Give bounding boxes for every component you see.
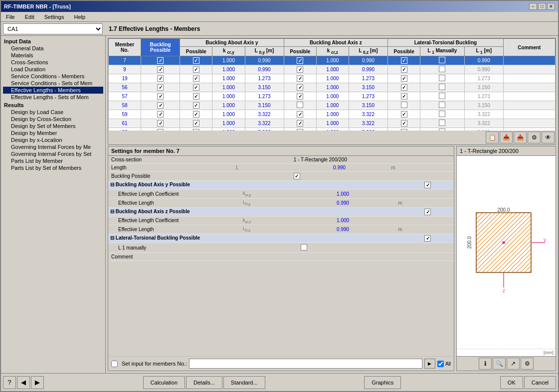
cell-lt-possible[interactable] bbox=[388, 110, 420, 119]
nav-help-btn[interactable]: ? bbox=[3, 376, 16, 389]
cell-k-crz[interactable]: 1.000 bbox=[316, 74, 349, 83]
cell-bz-possible[interactable] bbox=[284, 83, 316, 92]
cell-member-id[interactable]: 59 bbox=[109, 110, 141, 119]
k-crz-value[interactable]: 1.000 bbox=[291, 216, 388, 225]
cell-by-possible[interactable] bbox=[180, 65, 212, 74]
cell-l1[interactable]: 3.322 bbox=[464, 110, 503, 119]
set-input-checkbox[interactable] bbox=[111, 361, 118, 367]
cell-k-cry[interactable]: 1.000 bbox=[212, 74, 245, 83]
sidebar-item-parts-list-set[interactable]: Parts List by Set of Members bbox=[3, 164, 103, 171]
cell-l0z[interactable]: 3.322 bbox=[349, 119, 387, 128]
details-button[interactable]: Details... bbox=[186, 376, 222, 389]
ok-button[interactable]: OK bbox=[500, 376, 523, 389]
preview-print-btn[interactable]: ⚙ bbox=[521, 358, 534, 370]
cell-l1-manually[interactable] bbox=[420, 101, 464, 110]
l0z-value[interactable]: 0.990 bbox=[291, 225, 388, 234]
table-row[interactable]: 19 1.000 1.273 1.000 1.273 1.273 bbox=[109, 74, 556, 83]
cell-lt-possible[interactable] bbox=[388, 119, 420, 128]
cell-by-possible[interactable] bbox=[180, 83, 212, 92]
sidebar-item-cross-sections[interactable]: Cross-Sections bbox=[3, 59, 103, 66]
sidebar-item-design-x-location[interactable]: Design by x-Location bbox=[3, 136, 103, 143]
cell-l0z[interactable]: 1.273 bbox=[349, 92, 387, 101]
settings-scroll[interactable]: Cross-section 1 - T-Rectangle 200/200 Le… bbox=[108, 156, 454, 356]
sidebar-item-design-load-case[interactable]: Design by Load Case bbox=[3, 109, 103, 116]
cell-k-crz[interactable]: 1.000 bbox=[316, 65, 349, 74]
cell-bz-possible[interactable] bbox=[284, 74, 316, 83]
cell-l1[interactable]: 3.150 bbox=[464, 101, 503, 110]
table-row[interactable]: 56 1.000 3.150 1.000 3.150 3.150 bbox=[109, 83, 556, 92]
cell-by-possible[interactable] bbox=[180, 92, 212, 101]
cell-lt-possible[interactable] bbox=[388, 65, 420, 74]
sidebar-item-materials[interactable]: Materials bbox=[3, 52, 103, 59]
cell-comment[interactable] bbox=[503, 101, 555, 110]
cell-bz-possible[interactable] bbox=[284, 119, 316, 128]
cell-by-possible[interactable] bbox=[180, 119, 212, 128]
cell-k-crz[interactable]: 1.000 bbox=[316, 101, 349, 110]
cell-l0z[interactable]: 1.273 bbox=[349, 74, 387, 83]
sidebar-item-service-conditions-members[interactable]: Service Conditions - Members bbox=[3, 73, 103, 80]
sidebar-item-effective-lengths-sets[interactable]: Effective Lengths - Sets of Mem bbox=[3, 94, 103, 101]
table-action-btn-1[interactable]: 📋 bbox=[486, 131, 499, 143]
cell-member-id[interactable]: 19 bbox=[109, 74, 141, 83]
cell-l1-manually[interactable] bbox=[420, 74, 464, 83]
k-cry-value[interactable]: 1.000 bbox=[291, 190, 388, 199]
sidebar-item-load-duration[interactable]: Load Duration bbox=[3, 66, 103, 73]
cell-buckling[interactable] bbox=[141, 119, 180, 128]
cell-k-crz[interactable]: 1.000 bbox=[316, 110, 349, 119]
cell-l0y[interactable]: 0.990 bbox=[245, 56, 284, 65]
cell-l0y[interactable]: 3.322 bbox=[245, 119, 284, 128]
cell-l1[interactable]: 0.990 bbox=[464, 56, 503, 65]
cell-comment[interactable] bbox=[503, 92, 555, 101]
table-action-btn-5[interactable]: 👁 bbox=[542, 131, 555, 143]
nav-next-btn[interactable]: ▶ bbox=[31, 376, 44, 389]
cell-by-possible[interactable] bbox=[180, 101, 212, 110]
set-input-field[interactable] bbox=[189, 359, 422, 369]
cell-buckling[interactable] bbox=[141, 110, 180, 119]
close-button[interactable]: ✕ bbox=[547, 3, 555, 10]
table-row[interactable]: 58 1.000 3.150 1.000 3.150 3.150 bbox=[109, 101, 556, 110]
cell-buckling[interactable] bbox=[141, 65, 180, 74]
table-row[interactable]: 59 1.000 3.322 1.000 3.322 3.322 bbox=[109, 110, 556, 119]
cell-l0z[interactable]: 3.150 bbox=[349, 101, 387, 110]
cell-member-id[interactable]: 58 bbox=[109, 101, 141, 110]
sidebar-item-governing-forces-set[interactable]: Governing Internal Forces by Set bbox=[3, 150, 103, 157]
cell-l1-manually[interactable] bbox=[420, 119, 464, 128]
comment-value[interactable] bbox=[291, 253, 454, 261]
table-row[interactable]: 61 1.000 3.322 1.000 3.322 3.322 bbox=[109, 119, 556, 128]
cell-l0z[interactable]: 0.990 bbox=[349, 56, 387, 65]
cell-k-crz[interactable]: 1.000 bbox=[316, 119, 349, 128]
cancel-button[interactable]: Cancel bbox=[524, 376, 556, 389]
table-row[interactable]: 7 1.000 0.990 1.000 0.990 0.990 bbox=[109, 56, 556, 65]
cell-member-id[interactable]: 9 bbox=[109, 65, 141, 74]
cell-l1[interactable]: 3.150 bbox=[464, 83, 503, 92]
cell-member-id[interactable]: 56 bbox=[109, 83, 141, 92]
cell-l0z[interactable]: 3.150 bbox=[349, 83, 387, 92]
cell-lt-possible[interactable] bbox=[388, 83, 420, 92]
cell-buckling[interactable] bbox=[141, 83, 180, 92]
cell-buckling[interactable] bbox=[141, 56, 180, 65]
sidebar-item-service-conditions-sets[interactable]: Service Conditions - Sets of Mem bbox=[3, 80, 103, 87]
cell-bz-possible[interactable] bbox=[284, 56, 316, 65]
cell-bz-possible[interactable] bbox=[284, 110, 316, 119]
cell-lt-possible[interactable] bbox=[388, 56, 420, 65]
set-input-button[interactable]: ▶ bbox=[424, 359, 435, 369]
table-row[interactable]: 57 1.000 1.273 1.000 1.273 1.273 bbox=[109, 92, 556, 101]
sidebar-item-general-data[interactable]: General Data bbox=[3, 45, 103, 52]
cell-l1-manually[interactable] bbox=[420, 110, 464, 119]
cell-k-cry[interactable]: 1.000 bbox=[212, 56, 245, 65]
sidebar-item-governing-forces-member[interactable]: Governing Internal Forces by Me bbox=[3, 143, 103, 150]
cell-by-possible[interactable] bbox=[180, 74, 212, 83]
cell-l0z[interactable]: 0.990 bbox=[349, 65, 387, 74]
cell-comment[interactable] bbox=[503, 65, 555, 74]
cell-k-cry[interactable]: 1.000 bbox=[212, 101, 245, 110]
sidebar-item-design-cross-section[interactable]: Design by Cross-Section bbox=[3, 116, 103, 123]
cell-l1[interactable]: 1.273 bbox=[464, 92, 503, 101]
table-scroll-area[interactable]: MemberNo. BucklingPossible Buckling Abou… bbox=[108, 38, 556, 131]
cell-comment[interactable] bbox=[503, 74, 555, 83]
cell-lt-possible[interactable] bbox=[388, 101, 420, 110]
cell-l1[interactable]: 0.990 bbox=[464, 65, 503, 74]
sidebar-item-effective-lengths-members[interactable]: Effective Lengths - Members bbox=[3, 87, 103, 94]
cell-buckling[interactable] bbox=[141, 92, 180, 101]
minimize-button[interactable]: − bbox=[529, 3, 537, 10]
cell-k-cry[interactable]: 1.000 bbox=[212, 110, 245, 119]
